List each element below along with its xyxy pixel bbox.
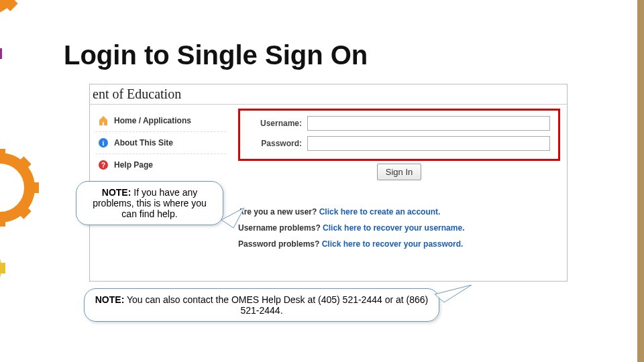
help-links: Are you a new user? Click here to create…	[238, 207, 560, 249]
sidebar-item-help[interactable]: ? Help Page	[95, 156, 226, 174]
sidebar-item-label: Home / Applications	[114, 116, 191, 125]
note-callout-omes: NOTE: You can also contact the OMES Help…	[84, 288, 439, 322]
sign-in-button[interactable]: Sign In	[377, 164, 421, 180]
username-input[interactable]	[307, 116, 550, 131]
home-icon	[98, 115, 109, 126]
help-icon: ?	[98, 160, 109, 170]
sidebar-item-about[interactable]: i About This Site	[95, 133, 226, 152]
callout-tail-icon	[221, 208, 248, 235]
sidebar-item-label: Help Page	[114, 160, 153, 170]
recover-username-link[interactable]: Username problems? Click here to recover…	[238, 223, 560, 233]
sidebar-nav: Home / Applications i About This Site ? …	[90, 105, 231, 255]
password-label: Password:	[248, 139, 302, 148]
sidebar-item-home[interactable]: Home / Applications	[95, 111, 226, 130]
recover-password-link[interactable]: Password problems? Click here to recover…	[238, 239, 560, 249]
callout-tail-icon	[435, 285, 475, 305]
partial-site-header: ent of Education	[90, 84, 567, 105]
password-input[interactable]	[307, 136, 550, 151]
note-callout-help-page: NOTE: If you have any problems, this is …	[76, 181, 223, 225]
login-form-highlighted: Username: Password:	[238, 109, 560, 161]
svg-text:?: ?	[101, 162, 105, 169]
username-label: Username:	[248, 119, 302, 128]
page-title: Login to Single Sign On	[64, 40, 368, 70]
new-user-link[interactable]: Are you a new user? Click here to create…	[238, 207, 560, 217]
sidebar-item-label: About This Site	[114, 138, 173, 147]
info-icon: i	[98, 137, 109, 148]
svg-text:i: i	[103, 139, 105, 147]
right-edge-bar	[637, 0, 644, 362]
login-area: Username: Password: Sign In Are you a ne…	[231, 105, 567, 255]
